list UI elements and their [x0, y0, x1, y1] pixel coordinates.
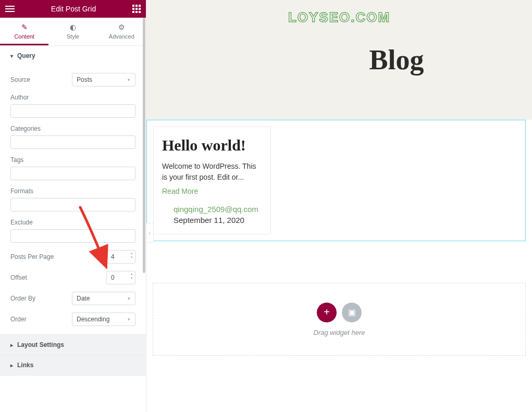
post-date: September 11, 2020 [174, 216, 262, 224]
caret-down-icon [10, 52, 13, 59]
post-excerpt: Welcome to WordPress. This is your first… [162, 161, 262, 183]
sidebar-header: Edit Post Grid [0, 0, 146, 18]
pencil-icon [0, 23, 48, 31]
section-query-title: Query [17, 52, 35, 59]
widgets-grid-icon[interactable] [132, 5, 141, 13]
watermark-text: LOYSEO.COM [288, 9, 390, 26]
tab-advanced-label: Advanced [109, 33, 134, 40]
tab-content[interactable]: Content [0, 18, 48, 45]
tab-advanced[interactable]: Advanced [97, 18, 146, 45]
formats-input[interactable] [10, 198, 135, 211]
plus-icon: + [324, 306, 330, 318]
drop-zone-label: Drag widget here [314, 329, 365, 336]
formats-label: Formats [10, 188, 135, 195]
offset-label: Offset [10, 274, 27, 281]
order-label: Order [10, 316, 27, 323]
section-query: Query Source Author Categories [0, 46, 146, 335]
exclude-input[interactable] [10, 229, 135, 243]
tab-content-label: Content [14, 33, 34, 40]
hero-section: LOYSEO.COM Blog [146, 0, 532, 120]
drop-zone[interactable]: + ▣ Drag widget here [153, 283, 526, 356]
editor-sidebar: Edit Post Grid Content Style Advanced [0, 0, 146, 412]
preview-area: LOYSEO.COM Blog Hello world! Welcome to … [146, 0, 532, 412]
order-by-label: Order By [10, 295, 35, 302]
style-icon [48, 23, 97, 31]
categories-input[interactable] [10, 135, 135, 149]
section-links: Links [0, 355, 146, 376]
tab-style-label: Style [67, 33, 79, 40]
source-label: Source [10, 76, 30, 83]
source-select[interactable] [72, 73, 135, 86]
tags-label: Tags [10, 156, 135, 164]
scrollbar-thumb[interactable] [143, 18, 145, 273]
categories-label: Categories [10, 125, 135, 132]
scrollbar[interactable] [142, 0, 146, 412]
template-library-button[interactable]: ▣ [342, 303, 362, 322]
offset-input[interactable] [106, 271, 135, 284]
caret-right-icon [10, 341, 13, 348]
post-card: Hello world! Welcome to WordPress. This … [153, 127, 271, 234]
exclude-label: Exclude [10, 219, 135, 226]
post-author[interactable]: qingqing_2509@qq.com [174, 205, 262, 214]
panel-title: Edit Post Grid [15, 5, 132, 13]
section-layout-settings: Layout Settings [0, 335, 146, 355]
tab-style[interactable]: Style [48, 18, 97, 45]
order-select[interactable] [72, 313, 135, 326]
panel-tabs: Content Style Advanced [0, 18, 146, 46]
tags-input[interactable] [10, 167, 135, 180]
post-title[interactable]: Hello world! [162, 136, 262, 154]
section-query-header[interactable]: Query [0, 46, 146, 66]
post-grid-widget[interactable]: Hello world! Welcome to WordPress. This … [146, 120, 526, 241]
order-by-select[interactable] [72, 292, 135, 305]
posts-per-page-input[interactable] [106, 250, 135, 264]
author-input[interactable] [10, 104, 135, 118]
hero-title: Blog [369, 44, 424, 76]
folder-icon: ▣ [348, 307, 356, 317]
caret-right-icon [10, 361, 13, 369]
gear-icon [97, 23, 146, 31]
add-section-button[interactable]: + [317, 303, 337, 322]
read-more-link[interactable]: Read More [162, 187, 262, 195]
menu-icon[interactable] [5, 6, 15, 12]
author-label: Author [10, 94, 135, 101]
collapse-sidebar-button[interactable]: ‹ [146, 223, 154, 243]
section-links-title: Links [17, 361, 33, 369]
section-layout-title: Layout Settings [17, 341, 64, 348]
section-links-header[interactable]: Links [0, 355, 146, 375]
posts-per-page-label: Posts Per Page [10, 253, 54, 260]
section-layout-header[interactable]: Layout Settings [0, 335, 146, 355]
